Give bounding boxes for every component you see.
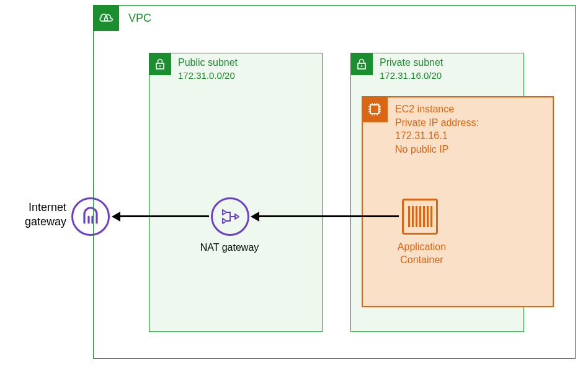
ec2-ip-label: Private IP address: (395, 116, 479, 130)
vpc-label: VPC (128, 12, 151, 25)
svg-rect-2 (105, 18, 108, 20)
ec2-instance-box: EC2 instance Private IP address: 172.31.… (362, 96, 554, 307)
nat-gateway-label: NAT gateway (192, 242, 267, 253)
ec2-title: EC2 instance (395, 102, 479, 116)
ec2-ip-value: 172.31.16.1 (395, 129, 479, 143)
svg-rect-7 (370, 105, 379, 114)
arrow-nat-to-igw (119, 215, 209, 217)
private-subnet-title: Private subnet (380, 57, 443, 68)
svg-marker-26 (235, 214, 239, 219)
svg-point-6 (361, 65, 362, 66)
igw-label-line1: Internet (29, 201, 66, 213)
private-subnet-badge (350, 53, 373, 75)
vpc-badge (93, 5, 119, 31)
ec2-text: EC2 instance Private IP address: 172.31.… (395, 102, 479, 156)
igw-label-line2: gateway (25, 215, 66, 228)
internet-gateway-label: Internet gateway (7, 200, 66, 228)
arrow-container-to-nat (257, 215, 399, 217)
lock-icon (153, 57, 167, 71)
arrowhead-container-to-nat (251, 212, 259, 222)
container-bars-icon (408, 206, 432, 227)
private-subnet-cidr: 172.31.16.0/20 (380, 70, 442, 81)
nat-gateway-icon (211, 197, 249, 236)
architecture-diagram: Internet gateway VPC Publ (0, 0, 588, 373)
chip-icon (366, 101, 383, 118)
public-subnet-badge (149, 53, 171, 75)
cloud-lock-icon (97, 9, 115, 27)
nat-icon (218, 204, 243, 229)
lock-icon (355, 57, 368, 71)
ec2-no-public-ip: No public IP (395, 143, 479, 156)
app-label-line1: Application (398, 241, 446, 252)
svg-point-4 (159, 65, 161, 66)
ec2-badge (362, 96, 388, 122)
app-label-line2: Container (400, 254, 443, 265)
application-container-label: Application Container (385, 241, 459, 267)
public-subnet-box: Public subnet 172.31.0.0/20 (149, 53, 323, 332)
public-subnet-cidr: 172.31.0.0/20 (178, 70, 235, 81)
application-container-icon (402, 199, 438, 235)
public-subnet-title: Public subnet (178, 57, 238, 68)
arrowhead-nat-to-igw (112, 212, 120, 222)
